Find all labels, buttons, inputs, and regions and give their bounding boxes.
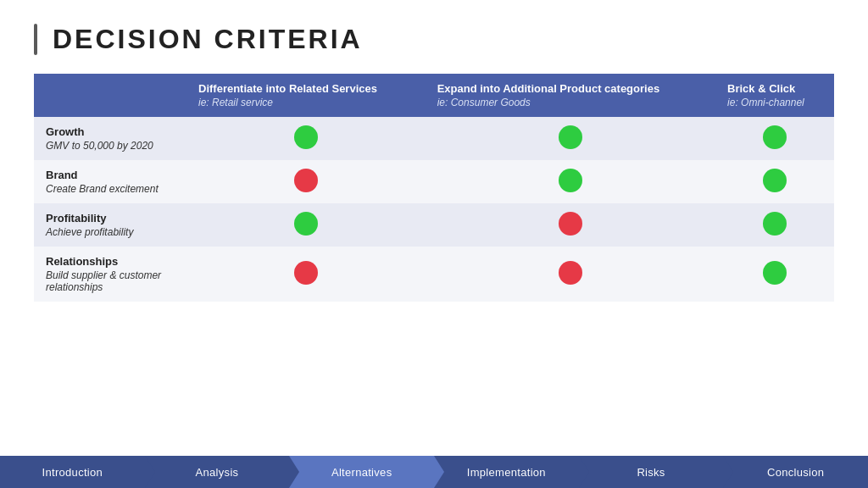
dot-cell-2-1	[426, 203, 715, 247]
dot-cell-3-1	[426, 247, 715, 302]
nav-item-alternatives[interactable]: Alternatives	[289, 456, 434, 488]
row-label: Growth	[46, 125, 175, 138]
red-dot	[294, 169, 318, 192]
row-sublabel: Achieve profitability	[46, 226, 175, 238]
row-criteria-cell: RelationshipsBuild supplier & customer r…	[34, 247, 186, 302]
table-row: ProfitabilityAchieve profitability	[34, 203, 834, 247]
dot-cell-1-0	[186, 160, 426, 203]
green-dot	[294, 212, 318, 236]
green-dot	[559, 125, 582, 149]
dot-cell-2-2	[715, 203, 834, 247]
dot-cell-0-0	[186, 117, 426, 160]
criteria-table-container: Differentiate into Related Services ie: …	[0, 74, 868, 302]
nav-item-implementation[interactable]: Implementation	[434, 456, 579, 488]
nav-item-risks[interactable]: Risks	[579, 456, 724, 488]
criteria-table: Differentiate into Related Services ie: …	[34, 74, 834, 302]
green-dot	[559, 169, 582, 192]
green-dot	[763, 169, 787, 192]
table-header-row: Differentiate into Related Services ie: …	[34, 74, 834, 117]
dot-cell-3-0	[186, 247, 426, 302]
green-dot	[763, 212, 787, 236]
nav-item-conclusion[interactable]: Conclusion	[723, 456, 868, 488]
red-dot	[294, 261, 318, 285]
dot-cell-1-1	[426, 160, 715, 203]
red-dot	[559, 212, 582, 236]
nav-item-introduction[interactable]: Introduction	[0, 456, 145, 488]
header-bar	[34, 24, 37, 55]
dot-cell-0-1	[426, 117, 715, 160]
dot-cell-3-2	[715, 247, 834, 302]
green-dot	[763, 261, 787, 285]
dot-cell-2-0	[186, 203, 426, 247]
col-header-criteria	[34, 74, 186, 117]
green-dot	[294, 125, 318, 149]
col-header-col1: Differentiate into Related Services ie: …	[186, 74, 426, 117]
row-sublabel: GMV to 50,000 by 2020	[46, 140, 175, 152]
page-header: DECISION CRITERIA	[0, 0, 868, 70]
nav-bar: IntroductionAnalysisAlternativesImplemen…	[0, 456, 868, 488]
row-criteria-cell: GrowthGMV to 50,000 by 2020	[34, 117, 186, 160]
row-sublabel: Create Brand excitement	[46, 183, 175, 195]
red-dot	[559, 261, 582, 285]
row-label: Brand	[46, 169, 175, 181]
page-title: DECISION CRITERIA	[53, 24, 363, 55]
table-row: RelationshipsBuild supplier & customer r…	[34, 247, 834, 302]
row-label: Profitability	[46, 212, 175, 225]
col-header-col2: Expand into Additional Product categorie…	[426, 74, 715, 117]
green-dot	[763, 125, 787, 149]
nav-item-analysis[interactable]: Analysis	[145, 456, 290, 488]
row-label: Relationships	[46, 255, 175, 268]
dot-cell-0-2	[715, 117, 834, 160]
row-criteria-cell: BrandCreate Brand excitement	[34, 160, 186, 203]
row-criteria-cell: ProfitabilityAchieve profitability	[34, 203, 186, 247]
col-header-col3: Brick & Click ie: Omni-channel	[715, 74, 834, 117]
row-sublabel: Build supplier & customer relationships	[46, 269, 175, 293]
table-row: GrowthGMV to 50,000 by 2020	[34, 117, 834, 160]
table-row: BrandCreate Brand excitement	[34, 160, 834, 203]
dot-cell-1-2	[715, 160, 834, 203]
